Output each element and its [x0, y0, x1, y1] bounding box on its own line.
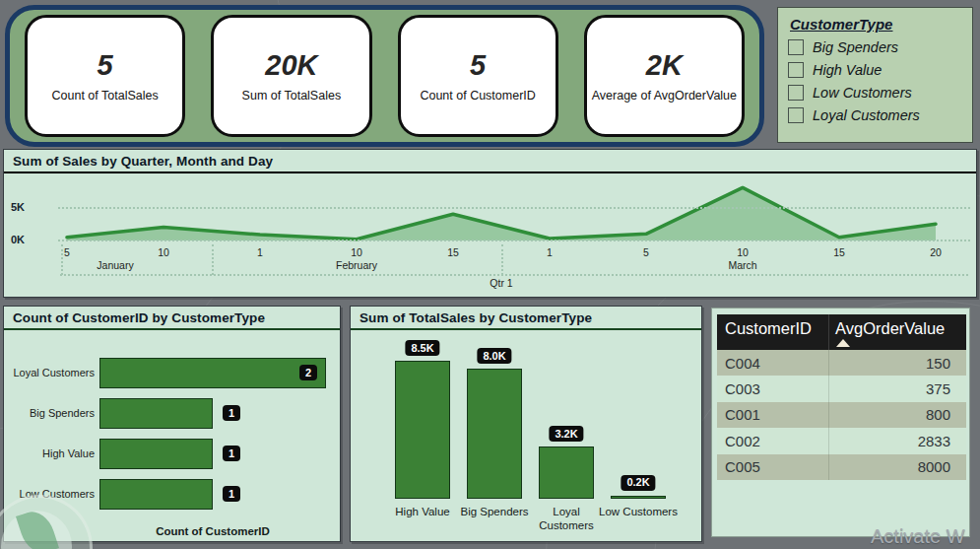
slicer-item-list: Big SpendersHigh ValueLow CustomersLoyal…	[788, 39, 962, 123]
x-axis-quarter-label: Qtr 1	[457, 277, 546, 289]
cell-customerid: C003	[717, 380, 828, 397]
x-axis-day-tick: 1	[245, 246, 275, 258]
cell-avgordervalue: 150	[828, 350, 958, 376]
slicer-title: CustomerType	[790, 16, 962, 33]
barh-chart-title: Count of CustomerID by CustomerType	[4, 307, 340, 328]
bar-big-spenders[interactable]	[467, 369, 522, 499]
cell-avgordervalue: 2833	[828, 428, 958, 453]
x-axis-title: Count of CustomerID	[95, 525, 331, 537]
y-axis-tick-label: 5K	[11, 201, 38, 213]
category-label: Loyal Customers	[4, 367, 95, 378]
column-header-label: AvgOrderValue	[835, 319, 945, 337]
column-header-avgordervalue[interactable]: AvgOrderValue	[828, 314, 966, 350]
barv-chart-plot: 8.5KHigh Value8.0KBig Spenders3.2KLoyal …	[351, 307, 701, 541]
slicer-item-low-customers[interactable]: Low Customers	[788, 85, 962, 101]
checkbox-icon[interactable]	[788, 85, 804, 101]
bar-low-customers[interactable]	[99, 479, 213, 510]
table-row[interactable]: C004150	[717, 350, 966, 376]
gridline	[58, 240, 970, 241]
bar-high-value[interactable]	[99, 439, 213, 469]
area-chart-panel: Sum of Sales by Quarter, Month and Day 0…	[3, 149, 977, 298]
checkbox-icon[interactable]	[788, 62, 804, 78]
y-axis-tick-label: 0K	[11, 234, 38, 245]
cell-customerid: C002	[717, 433, 828, 449]
area-series-fill[interactable]	[67, 187, 936, 240]
table-panel: CustomerID AvgOrderValue C004150C003375C…	[711, 308, 970, 537]
table-header: CustomerID AvgOrderValue	[717, 314, 966, 350]
data-label: 3.2K	[549, 426, 583, 442]
barv-chart-title: Sum of TotalSales by CustomerType	[351, 307, 701, 328]
area-chart-title: Sum of Sales by Quarter, Month and Day	[4, 150, 976, 172]
cell-customerid: C001	[717, 406, 828, 423]
title-underline	[4, 172, 976, 173]
data-table: CustomerID AvgOrderValue C004150C003375C…	[717, 314, 966, 480]
kpi-card-average-of-avgordervalue: 2KAverage of AvgOrderValue	[584, 15, 745, 137]
x-axis-month-label: January	[71, 259, 160, 271]
quarter-separator	[60, 274, 968, 276]
table-row[interactable]: C003375	[717, 376, 966, 401]
cell-customerid: C004	[717, 355, 828, 372]
x-axis-day-tick: 10	[149, 246, 178, 258]
x-axis-day-tick: 5	[631, 246, 661, 258]
slicer-item-label: Low Customers	[813, 85, 912, 101]
bar-low-customers[interactable]	[611, 496, 666, 500]
table-row[interactable]: C0022833	[717, 428, 966, 453]
category-label: Big Spenders	[4, 407, 95, 419]
checkbox-icon[interactable]	[788, 107, 804, 123]
data-label: 0.2K	[621, 475, 655, 491]
kpi-value: 5	[470, 49, 486, 82]
category-label: Big Spenders	[453, 505, 536, 518]
checkbox-icon[interactable]	[788, 39, 804, 55]
kpi-value: 5	[98, 49, 113, 82]
dashboard: 5Count of TotalSales20KSum of TotalSales…	[0, 0, 980, 549]
slicer-item-label: Loyal Customers	[813, 107, 920, 123]
gridline	[58, 207, 970, 209]
barv-chart-panel: Sum of TotalSales by CustomerType 8.5KHi…	[350, 306, 702, 542]
data-label: 8.0K	[477, 348, 511, 364]
cell-avgordervalue: 375	[828, 376, 958, 401]
category-label: Low Customers	[597, 505, 680, 518]
month-separator	[212, 244, 214, 275]
x-axis-day-tick: 15	[438, 246, 468, 258]
slicer-item-big-spenders[interactable]: Big Spenders	[788, 39, 962, 55]
title-underline	[4, 328, 340, 330]
x-axis-month-label: February	[312, 259, 401, 271]
bar-loyal-customers[interactable]	[99, 358, 326, 388]
bar-high-value[interactable]	[395, 361, 450, 499]
customertype-slicer: CustomerType Big SpendersHigh ValueLow C…	[777, 7, 973, 143]
kpi-card-count-of-totalsales: 5Count of TotalSales	[25, 15, 185, 137]
cell-avgordervalue: 800	[828, 402, 958, 428]
kpi-label: Count of CustomerID	[420, 89, 535, 103]
data-label: 1	[223, 405, 240, 421]
kpi-card-count-of-customerid: 5Count of CustomerID	[398, 15, 558, 137]
x-axis-month-label: March	[698, 259, 787, 271]
slicer-item-loyal-customers[interactable]: Loyal Customers	[788, 107, 962, 123]
kpi-label: Average of AvgOrderValue	[592, 89, 737, 103]
data-label: 8.5K	[405, 340, 439, 356]
kpi-label: Sum of TotalSales	[242, 89, 342, 103]
category-label: High Value	[4, 447, 95, 459]
data-label: 1	[223, 446, 240, 461]
x-axis-day-tick: 5	[52, 246, 82, 258]
table-row[interactable]: C001800	[717, 402, 966, 428]
kpi-value: 20K	[265, 49, 317, 82]
x-axis-day-tick: 1	[535, 246, 564, 258]
bar-big-spenders[interactable]	[99, 398, 213, 429]
data-label: 2	[299, 365, 317, 380]
barh-chart-plot: Loyal Customers2Big Spenders1High Value1…	[4, 307, 340, 541]
data-label: 1	[223, 486, 240, 502]
table-row[interactable]: C0058000	[717, 454, 966, 480]
month-separator	[501, 244, 503, 275]
month-separator	[61, 244, 63, 275]
sort-ascending-icon	[836, 339, 850, 347]
table-body: C004150C003375C001800C0022833C0058000	[717, 350, 966, 480]
category-label: Low Customers	[4, 488, 95, 500]
column-header-customerid[interactable]: CustomerID	[717, 314, 828, 350]
slicer-item-label: High Value	[813, 62, 882, 78]
x-axis-day-tick: 20	[921, 246, 950, 258]
x-axis-day-tick: 10	[342, 246, 371, 258]
cell-avgordervalue: 8000	[828, 454, 958, 480]
bar-loyal-customers[interactable]	[539, 446, 594, 499]
slicer-item-label: Big Spenders	[813, 39, 898, 55]
slicer-item-high-value[interactable]: High Value	[788, 62, 962, 78]
